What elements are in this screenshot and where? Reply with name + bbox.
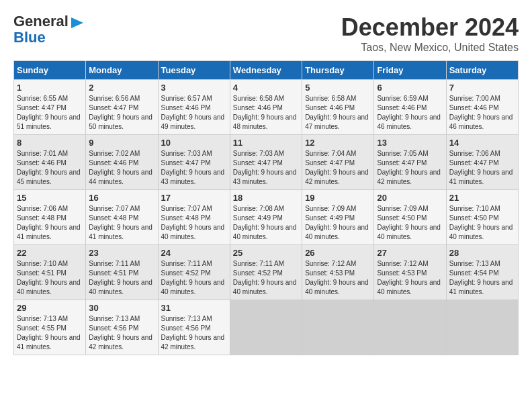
main-title: December 2024 — [341, 13, 519, 42]
day-number: 21 — [449, 193, 515, 203]
day-info: Sunrise: 6:57 AM Sunset: 4:46 PM Dayligh… — [161, 94, 227, 132]
calendar-cell: 4 Sunrise: 6:58 AM Sunset: 4:46 PM Dayli… — [230, 80, 302, 135]
svg-marker-0 — [71, 17, 83, 28]
week-row-5: 29 Sunrise: 7:13 AM Sunset: 4:55 PM Dayl… — [14, 300, 519, 355]
day-number: 20 — [377, 193, 443, 203]
column-header-monday: Monday — [86, 61, 158, 80]
calendar-cell: 19 Sunrise: 7:09 AM Sunset: 4:49 PM Dayl… — [302, 190, 374, 245]
column-header-wednesday: Wednesday — [230, 61, 302, 80]
logo-arrow-icon — [71, 16, 83, 32]
calendar-cell: 18 Sunrise: 7:08 AM Sunset: 4:49 PM Dayl… — [230, 190, 302, 245]
calendar-body: 1 Sunrise: 6:55 AM Sunset: 4:47 PM Dayli… — [14, 80, 519, 355]
column-header-sunday: Sunday — [14, 61, 86, 80]
day-info: Sunrise: 6:59 AM Sunset: 4:46 PM Dayligh… — [377, 94, 443, 132]
day-number: 26 — [305, 248, 371, 258]
calendar-cell: 20 Sunrise: 7:09 AM Sunset: 4:50 PM Dayl… — [374, 190, 446, 245]
day-number: 24 — [161, 248, 227, 258]
day-info: Sunrise: 7:02 AM Sunset: 4:46 PM Dayligh… — [89, 149, 154, 187]
calendar-cell: 10 Sunrise: 7:03 AM Sunset: 4:47 PM Dayl… — [158, 135, 230, 190]
calendar-cell — [446, 300, 518, 355]
calendar-table: SundayMondayTuesdayWednesdayThursdayFrid… — [13, 60, 519, 355]
day-info: Sunrise: 6:58 AM Sunset: 4:46 PM Dayligh… — [233, 94, 299, 132]
day-info: Sunrise: 7:05 AM Sunset: 4:47 PM Dayligh… — [377, 149, 443, 187]
day-number: 27 — [377, 248, 443, 258]
week-row-2: 8 Sunrise: 7:01 AM Sunset: 4:46 PM Dayli… — [14, 135, 519, 190]
logo-text: General Blue — [13, 13, 69, 46]
subtitle: Taos, New Mexico, United States — [341, 42, 519, 54]
page-header: General Blue December 2024 Taos, New Mex… — [13, 13, 519, 54]
calendar-cell: 3 Sunrise: 6:57 AM Sunset: 4:46 PM Dayli… — [158, 80, 230, 135]
day-number: 15 — [17, 193, 83, 203]
day-info: Sunrise: 6:55 AM Sunset: 4:47 PM Dayligh… — [17, 94, 83, 132]
calendar-cell: 25 Sunrise: 7:11 AM Sunset: 4:52 PM Dayl… — [230, 245, 302, 300]
day-info: Sunrise: 7:06 AM Sunset: 4:47 PM Dayligh… — [449, 149, 515, 187]
calendar-cell: 12 Sunrise: 7:04 AM Sunset: 4:47 PM Dayl… — [302, 135, 374, 190]
day-info: Sunrise: 7:09 AM Sunset: 4:49 PM Dayligh… — [305, 204, 371, 242]
day-number: 1 — [17, 83, 83, 93]
header-row: SundayMondayTuesdayWednesdayThursdayFrid… — [14, 61, 519, 80]
calendar-header: SundayMondayTuesdayWednesdayThursdayFrid… — [14, 61, 519, 80]
calendar-cell: 16 Sunrise: 7:07 AM Sunset: 4:48 PM Dayl… — [86, 190, 158, 245]
calendar-cell: 1 Sunrise: 6:55 AM Sunset: 4:47 PM Dayli… — [14, 80, 86, 135]
column-header-friday: Friday — [374, 61, 446, 80]
day-number: 8 — [17, 138, 83, 148]
day-info: Sunrise: 7:03 AM Sunset: 4:47 PM Dayligh… — [233, 149, 299, 187]
column-header-tuesday: Tuesday — [158, 61, 230, 80]
calendar-cell: 24 Sunrise: 7:11 AM Sunset: 4:52 PM Dayl… — [158, 245, 230, 300]
day-number: 29 — [17, 303, 83, 313]
calendar-cell: 7 Sunrise: 7:00 AM Sunset: 4:46 PM Dayli… — [446, 80, 518, 135]
day-info: Sunrise: 7:06 AM Sunset: 4:48 PM Dayligh… — [17, 204, 83, 242]
day-number: 7 — [449, 83, 515, 93]
day-info: Sunrise: 7:00 AM Sunset: 4:46 PM Dayligh… — [449, 94, 515, 132]
calendar-cell — [374, 300, 446, 355]
day-info: Sunrise: 7:10 AM Sunset: 4:51 PM Dayligh… — [17, 259, 83, 297]
day-info: Sunrise: 7:13 AM Sunset: 4:56 PM Dayligh… — [89, 314, 154, 352]
day-info: Sunrise: 7:11 AM Sunset: 4:51 PM Dayligh… — [89, 259, 154, 297]
day-info: Sunrise: 6:56 AM Sunset: 4:47 PM Dayligh… — [89, 94, 154, 132]
calendar-cell: 15 Sunrise: 7:06 AM Sunset: 4:48 PM Dayl… — [14, 190, 86, 245]
calendar-cell: 27 Sunrise: 7:12 AM Sunset: 4:53 PM Dayl… — [374, 245, 446, 300]
day-info: Sunrise: 7:07 AM Sunset: 4:48 PM Dayligh… — [89, 204, 154, 242]
calendar-cell — [230, 300, 302, 355]
week-row-3: 15 Sunrise: 7:06 AM Sunset: 4:48 PM Dayl… — [14, 190, 519, 245]
calendar-cell: 31 Sunrise: 7:13 AM Sunset: 4:56 PM Dayl… — [158, 300, 230, 355]
day-number: 22 — [17, 248, 83, 258]
day-info: Sunrise: 7:12 AM Sunset: 4:53 PM Dayligh… — [305, 259, 371, 297]
day-number: 10 — [161, 138, 227, 148]
day-info: Sunrise: 7:04 AM Sunset: 4:47 PM Dayligh… — [305, 149, 371, 187]
day-info: Sunrise: 7:13 AM Sunset: 4:55 PM Dayligh… — [17, 314, 83, 352]
day-number: 19 — [305, 193, 371, 203]
column-header-thursday: Thursday — [302, 61, 374, 80]
day-number: 23 — [89, 248, 154, 258]
calendar-cell: 26 Sunrise: 7:12 AM Sunset: 4:53 PM Dayl… — [302, 245, 374, 300]
day-info: Sunrise: 7:09 AM Sunset: 4:50 PM Dayligh… — [377, 204, 443, 242]
calendar-cell: 21 Sunrise: 7:10 AM Sunset: 4:50 PM Dayl… — [446, 190, 518, 245]
day-info: Sunrise: 6:58 AM Sunset: 4:46 PM Dayligh… — [305, 94, 371, 132]
calendar-cell: 8 Sunrise: 7:01 AM Sunset: 4:46 PM Dayli… — [14, 135, 86, 190]
calendar-cell: 5 Sunrise: 6:58 AM Sunset: 4:46 PM Dayli… — [302, 80, 374, 135]
week-row-4: 22 Sunrise: 7:10 AM Sunset: 4:51 PM Dayl… — [14, 245, 519, 300]
day-info: Sunrise: 7:01 AM Sunset: 4:46 PM Dayligh… — [17, 149, 83, 187]
day-number: 12 — [305, 138, 371, 148]
logo: General Blue — [13, 13, 83, 46]
day-number: 14 — [449, 138, 515, 148]
week-row-1: 1 Sunrise: 6:55 AM Sunset: 4:47 PM Dayli… — [14, 80, 519, 135]
day-info: Sunrise: 7:13 AM Sunset: 4:54 PM Dayligh… — [449, 259, 515, 297]
day-number: 2 — [89, 83, 154, 93]
calendar-cell: 29 Sunrise: 7:13 AM Sunset: 4:55 PM Dayl… — [14, 300, 86, 355]
day-number: 25 — [233, 248, 299, 258]
day-info: Sunrise: 7:13 AM Sunset: 4:56 PM Dayligh… — [161, 314, 227, 352]
calendar-cell — [302, 300, 374, 355]
day-number: 6 — [377, 83, 443, 93]
day-number: 4 — [233, 83, 299, 93]
day-info: Sunrise: 7:11 AM Sunset: 4:52 PM Dayligh… — [233, 259, 299, 297]
day-info: Sunrise: 7:07 AM Sunset: 4:48 PM Dayligh… — [161, 204, 227, 242]
day-number: 16 — [89, 193, 154, 203]
calendar-cell: 30 Sunrise: 7:13 AM Sunset: 4:56 PM Dayl… — [86, 300, 158, 355]
calendar-cell: 11 Sunrise: 7:03 AM Sunset: 4:47 PM Dayl… — [230, 135, 302, 190]
calendar-cell: 23 Sunrise: 7:11 AM Sunset: 4:51 PM Dayl… — [86, 245, 158, 300]
calendar-cell: 6 Sunrise: 6:59 AM Sunset: 4:46 PM Dayli… — [374, 80, 446, 135]
day-info: Sunrise: 7:08 AM Sunset: 4:49 PM Dayligh… — [233, 204, 299, 242]
calendar-cell: 14 Sunrise: 7:06 AM Sunset: 4:47 PM Dayl… — [446, 135, 518, 190]
day-number: 28 — [449, 248, 515, 258]
